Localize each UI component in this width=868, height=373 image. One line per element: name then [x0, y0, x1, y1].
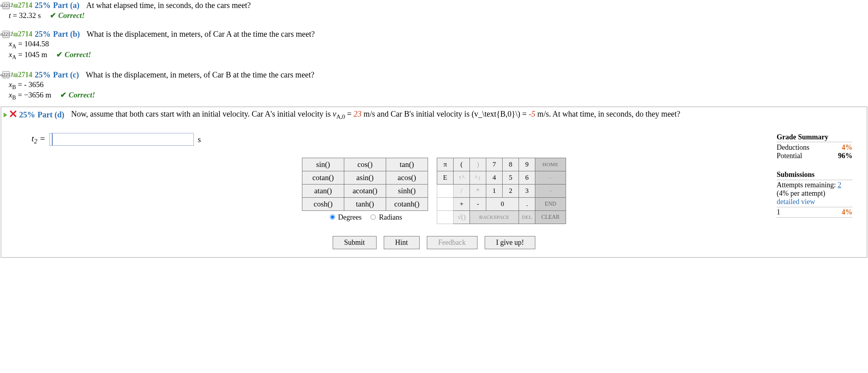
potential-value: 96%: [838, 152, 852, 160]
calculator-area: sin() cos() tan() cotan() asin() acos() …: [4, 158, 864, 224]
key-left[interactable]: ←: [535, 171, 566, 185]
collapse-icon[interactable]: \u2212: [2, 2, 10, 9]
key-1[interactable]: 1: [486, 185, 503, 198]
grade-title: Grade Summary: [777, 133, 852, 141]
correct-badge: Correct!: [50, 11, 85, 20]
func-acotan[interactable]: acotan(): [344, 185, 386, 198]
answer-entry: t2 = s: [32, 133, 864, 146]
part-c-question: What is the displacement, in meters, of …: [86, 70, 314, 79]
key-7[interactable]: 7: [486, 158, 503, 171]
func-tan[interactable]: tan(): [386, 158, 428, 171]
part-d-percent: 25%: [19, 110, 35, 119]
part-c-answer-2: xB = −3656 m Correct!: [0, 90, 868, 101]
key-backspace[interactable]: BACKSPACE: [470, 211, 519, 224]
part-a-answer: t = 32.32 s Correct!: [0, 11, 868, 20]
part-c-answer-1: xB = - 3656: [0, 80, 868, 91]
part-b-question: What is the displacement, in meters, of …: [87, 30, 315, 39]
key-blank: [437, 185, 454, 198]
submit-button[interactable]: Submit: [333, 236, 377, 249]
action-buttons: Submit Hint Feedback I give up!: [4, 236, 864, 249]
part-a-percent: 25%: [35, 1, 51, 10]
submissions-title: Submissions: [777, 171, 852, 179]
attempt-deduction: 4%: [842, 208, 852, 216]
func-acos[interactable]: acos(): [386, 171, 428, 185]
key-E[interactable]: E: [437, 171, 454, 185]
func-tanh[interactable]: tanh(): [344, 198, 386, 211]
key-right[interactable]: →: [535, 185, 566, 198]
func-cotanh[interactable]: cotanh(): [386, 198, 428, 211]
attempts-remaining: Attempts remaining: 2: [777, 181, 852, 189]
answer-input-wrap: [49, 133, 194, 146]
key-del[interactable]: DEL: [519, 211, 535, 224]
key-sqrt[interactable]: √(): [454, 211, 470, 224]
key-3[interactable]: 3: [519, 185, 535, 198]
check-icon: \u2714: [12, 1, 32, 10]
part-b-header: \u2212 \u2714 25% Part (b) What is the d…: [0, 29, 868, 40]
key-pi[interactable]: π: [437, 158, 454, 171]
mode-degrees[interactable]: Degrees: [328, 213, 361, 221]
attempt-number: 1: [777, 208, 780, 216]
key-home[interactable]: HOME: [535, 158, 566, 171]
part-b-answer-2: xA = 1045 m Correct!: [0, 50, 868, 61]
key-6[interactable]: 6: [519, 171, 535, 185]
part-d-label: Part (d): [37, 110, 64, 119]
key-8[interactable]: 8: [503, 158, 519, 171]
part-b-percent: 25%: [35, 30, 51, 39]
correct-badge: Correct!: [56, 50, 91, 59]
mode-radians[interactable]: Radians: [369, 213, 402, 221]
part-c-label: Part (c): [53, 70, 79, 79]
expand-icon[interactable]: [4, 113, 7, 117]
part-c-percent: 25%: [35, 70, 51, 79]
deductions-label: Deductions: [777, 143, 809, 152]
key-blank: [437, 198, 454, 211]
potential-label: Potential: [777, 152, 802, 160]
key-plus[interactable]: +: [454, 198, 470, 211]
func-cotan[interactable]: cotan(): [302, 171, 344, 185]
hint-button[interactable]: Hint: [384, 236, 420, 249]
part-c-header: \u2212 \u2714 25% Part (c) What is the d…: [0, 69, 868, 80]
key-caret-up[interactable]: ↑^: [454, 171, 470, 185]
key-4[interactable]: 4: [486, 171, 503, 185]
correct-badge: Correct!: [60, 91, 95, 99]
feedback-button: Feedback: [427, 236, 477, 249]
key-clear[interactable]: CLEAR: [535, 211, 566, 224]
key-minus[interactable]: -: [470, 198, 486, 211]
answer-unit: s: [198, 135, 201, 144]
key-dot[interactable]: .: [519, 198, 535, 211]
check-icon: \u2714: [12, 71, 32, 79]
deductions-value: 4%: [842, 143, 852, 152]
func-atan[interactable]: atan(): [302, 185, 344, 198]
key-0[interactable]: 0: [486, 198, 519, 211]
func-cosh[interactable]: cosh(): [302, 198, 344, 211]
collapse-icon[interactable]: \u2212: [2, 31, 10, 38]
part-b-label: Part (b): [53, 30, 80, 39]
numeric-keypad: π ( ) 7 8 9 HOME E ↑^ ^↓ 4 5 6: [437, 158, 566, 224]
per-attempt: (4% per attempt): [777, 189, 852, 198]
key-5[interactable]: 5: [503, 171, 519, 185]
func-sin[interactable]: sin(): [302, 158, 344, 171]
key-divide[interactable]: /: [454, 185, 470, 198]
grade-summary: Grade Summary Deductions4% Potential96% …: [777, 133, 852, 218]
key-caret-down[interactable]: ^↓: [470, 171, 486, 185]
part-d-question: Now, assume that both cars start with an…: [71, 109, 680, 120]
key-9[interactable]: 9: [519, 158, 535, 171]
collapse-icon[interactable]: \u2212: [2, 71, 10, 78]
part-b-answer-1: xA = 1044.58: [0, 40, 868, 50]
key-lparen[interactable]: (: [454, 158, 470, 171]
key-rparen[interactable]: ): [470, 158, 486, 171]
func-sinh[interactable]: sinh(): [386, 185, 428, 198]
part-d-container: 25% Part (d) Now, assume that both cars …: [1, 107, 867, 258]
detailed-view-link[interactable]: detailed view: [777, 198, 852, 206]
func-cos[interactable]: cos(): [344, 158, 386, 171]
part-a-header: \u2212 \u2714 25% Part (a) At what elaps…: [0, 0, 868, 11]
x-icon: [10, 110, 17, 119]
answer-input[interactable]: [53, 135, 193, 145]
key-multiply[interactable]: *: [470, 185, 486, 198]
function-pad: sin() cos() tan() cotan() asin() acos() …: [302, 158, 428, 224]
giveup-button[interactable]: I give up!: [485, 236, 536, 249]
key-blank: [437, 211, 454, 224]
key-end[interactable]: END: [535, 198, 566, 211]
key-2[interactable]: 2: [503, 185, 519, 198]
func-asin[interactable]: asin(): [344, 171, 386, 185]
check-icon: \u2714: [12, 30, 32, 38]
